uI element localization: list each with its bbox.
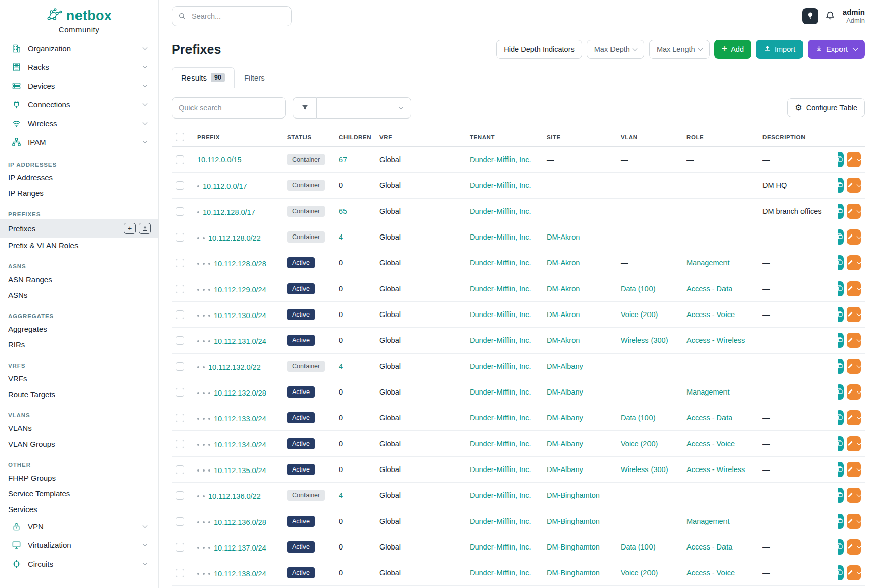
prefix-link[interactable]: 10.112.128.0/22 <box>208 234 261 242</box>
sidebar-item-racks[interactable]: Racks <box>0 58 158 76</box>
row-checkbox[interactable] <box>176 285 184 293</box>
tenant-link[interactable]: Dunder-Mifflin, Inc. <box>470 285 531 293</box>
column-header-description[interactable]: Description <box>758 128 838 147</box>
prefix-link[interactable]: 10.112.138.0/24 <box>214 570 266 578</box>
row-checkbox[interactable] <box>176 465 184 474</box>
copy-button[interactable] <box>838 488 844 503</box>
copy-button[interactable] <box>838 539 844 555</box>
add-button[interactable]: + Add <box>714 40 751 59</box>
sidebar-item-ip-ranges[interactable]: IP Ranges <box>0 185 158 201</box>
prefix-link[interactable]: 10.112.0.0/15 <box>197 155 242 164</box>
sidebar-item-circuits[interactable]: Circuits <box>0 555 158 573</box>
sidebar-item-connections[interactable]: Connections <box>0 95 158 114</box>
tenant-link[interactable]: Dunder-Mifflin, Inc. <box>470 155 531 164</box>
vlan-link[interactable]: Data (100) <box>621 414 656 422</box>
copy-button[interactable] <box>838 178 844 193</box>
vlan-link[interactable]: Data (100) <box>621 543 656 551</box>
sidebar-item-vpn[interactable]: VPN <box>0 517 158 536</box>
sidebar-item-prefixes[interactable]: Prefixes+ <box>0 219 158 238</box>
prefix-link[interactable]: 10.112.136.0/22 <box>208 492 261 500</box>
site-link[interactable]: DM-Albany <box>547 440 583 448</box>
notifications-button[interactable] <box>825 11 835 22</box>
site-link[interactable]: DM-Binghamton <box>547 543 600 551</box>
tenant-link[interactable]: Dunder-Mifflin, Inc. <box>470 181 531 189</box>
vlan-link[interactable]: Voice (200) <box>621 569 658 577</box>
edit-button[interactable] <box>847 410 861 425</box>
edit-button[interactable] <box>847 359 861 374</box>
edit-button[interactable] <box>847 384 861 400</box>
copy-button[interactable] <box>838 436 844 451</box>
role-link[interactable]: Access - Data <box>686 414 732 422</box>
sidebar-item-wireless[interactable]: Wireless <box>0 114 158 133</box>
prefix-link[interactable]: 10.112.137.0/24 <box>214 544 266 552</box>
row-checkbox[interactable] <box>176 233 184 242</box>
row-checkbox[interactable] <box>176 259 184 267</box>
tab-filters[interactable]: Filters <box>235 67 275 88</box>
prefix-link[interactable]: 10.112.135.0/24 <box>214 466 266 475</box>
role-link[interactable]: Access - Voice <box>686 310 735 319</box>
site-link[interactable]: DM-Binghamton <box>547 517 600 525</box>
role-link[interactable]: Management <box>686 517 730 525</box>
edit-button[interactable] <box>847 281 861 296</box>
sidebar-item-route-targets[interactable]: Route Targets <box>0 386 158 402</box>
tenant-link[interactable]: Dunder-Mifflin, Inc. <box>470 569 531 577</box>
prefix-link[interactable]: 10.112.0.0/17 <box>203 182 247 190</box>
sidebar-item-aggregates[interactable]: Aggregates <box>0 321 158 337</box>
copy-button[interactable] <box>838 307 844 322</box>
prefix-link[interactable]: 10.112.132.0/22 <box>208 363 261 371</box>
copy-button[interactable] <box>838 229 844 245</box>
copy-button[interactable] <box>838 410 844 425</box>
brand[interactable]: netbox Community <box>0 0 158 39</box>
prefix-link[interactable]: 10.112.132.0/28 <box>214 389 266 397</box>
prefix-link[interactable]: 10.112.130.0/24 <box>214 311 266 320</box>
row-checkbox[interactable] <box>176 207 184 216</box>
tenant-link[interactable]: Dunder-Mifflin, Inc. <box>470 310 531 319</box>
sidebar-item-ipam[interactable]: IPAM <box>0 133 158 151</box>
export-button[interactable]: Export <box>808 40 865 59</box>
column-header-vlan[interactable]: VLAN <box>617 128 682 147</box>
copy-button[interactable] <box>838 462 844 477</box>
tenant-link[interactable]: Dunder-Mifflin, Inc. <box>470 491 531 499</box>
edit-button[interactable] <box>847 229 861 245</box>
saved-filter-select[interactable] <box>316 97 411 119</box>
column-header-role[interactable]: Role <box>682 128 758 147</box>
sidebar-item-vlans[interactable]: VLANs <box>0 420 158 436</box>
copy-button[interactable] <box>838 333 844 348</box>
role-link[interactable]: Access - Data <box>686 285 732 293</box>
edit-button[interactable] <box>847 307 861 322</box>
copy-button[interactable] <box>838 281 844 296</box>
sidebar-item-fhrp-groups[interactable]: FHRP Groups <box>0 470 158 486</box>
tenant-link[interactable]: Dunder-Mifflin, Inc. <box>470 207 531 215</box>
vlan-link[interactable]: Wireless (300) <box>621 465 668 474</box>
site-link[interactable]: DM-Albany <box>547 388 583 396</box>
tab-results[interactable]: Results 90 <box>172 67 235 88</box>
quick-search-input[interactable] <box>172 97 286 119</box>
role-link[interactable]: Management <box>686 388 730 396</box>
sidebar-item-asns[interactable]: ASNs <box>0 287 158 303</box>
row-checkbox[interactable] <box>176 388 184 397</box>
sidebar-item-service-templates[interactable]: Service Templates <box>0 486 158 501</box>
children-count-link[interactable]: 4 <box>339 491 343 499</box>
column-header-site[interactable]: Site <box>543 128 617 147</box>
tenant-link[interactable]: Dunder-Mifflin, Inc. <box>470 336 531 344</box>
children-count-link[interactable]: 4 <box>339 362 343 370</box>
tenant-link[interactable]: Dunder-Mifflin, Inc. <box>470 543 531 551</box>
children-count-link[interactable]: 4 <box>339 233 343 241</box>
sidebar-item-services[interactable]: Services <box>0 501 158 517</box>
column-header-vrf[interactable]: VRF <box>375 128 466 147</box>
site-link[interactable]: DM-Akron <box>547 336 580 344</box>
sidebar-item-organization[interactable]: Organization <box>0 39 158 58</box>
tenant-link[interactable]: Dunder-Mifflin, Inc. <box>470 440 531 448</box>
row-checkbox[interactable] <box>176 440 184 448</box>
tenant-link[interactable]: Dunder-Mifflin, Inc. <box>470 465 531 474</box>
tenant-link[interactable]: Dunder-Mifflin, Inc. <box>470 362 531 370</box>
sidebar-item-vlan-groups[interactable]: VLAN Groups <box>0 436 158 452</box>
import-button[interactable]: Import <box>756 40 803 59</box>
select-all-checkbox[interactable] <box>176 133 184 141</box>
theme-toggle-button[interactable] <box>802 8 818 24</box>
sidebar-item-prefix-vlan-roles[interactable]: Prefix & VLAN Roles <box>0 238 158 253</box>
prefix-link[interactable]: 10.112.136.0/28 <box>214 518 266 526</box>
sidebar-item-ip-addresses[interactable]: IP Addresses <box>0 170 158 185</box>
column-header-children[interactable]: Children <box>335 128 375 147</box>
sidebar-item-rirs[interactable]: RIRs <box>0 337 158 352</box>
